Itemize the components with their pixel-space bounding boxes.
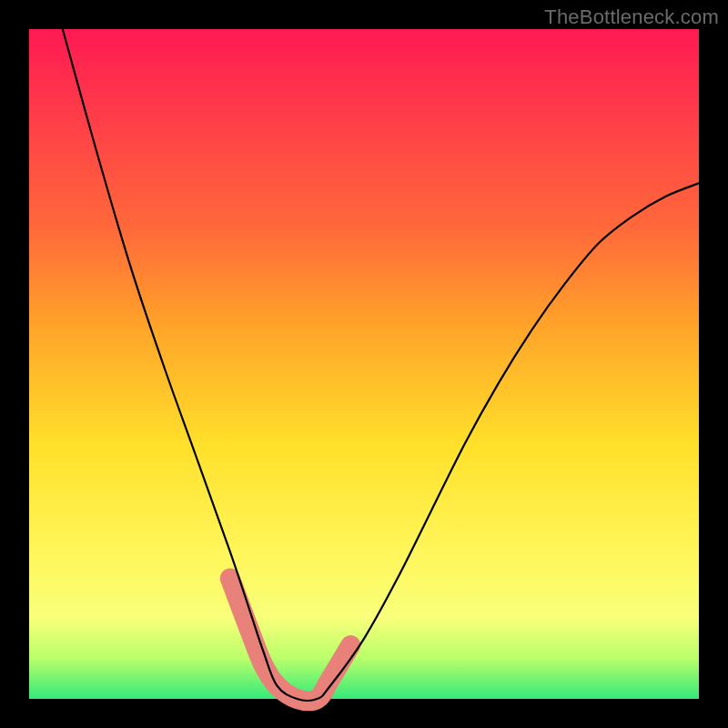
watermark-text: TheBottleneck.com <box>544 5 719 29</box>
chart-frame: TheBottleneck.com <box>0 0 728 728</box>
curve-layer <box>29 29 699 699</box>
bottleneck-curve <box>63 29 699 701</box>
